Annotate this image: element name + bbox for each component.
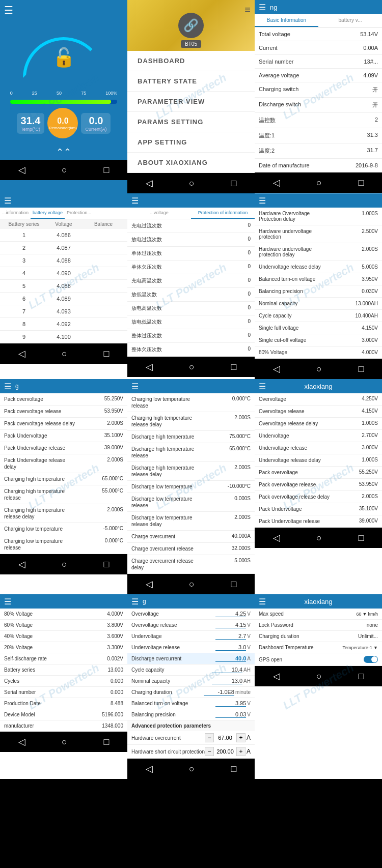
back-icon-10[interactable]: ◁ xyxy=(18,736,25,747)
recent-icon-11[interactable]: □ xyxy=(231,764,236,774)
current-metric: 0.0 Current(A) xyxy=(81,113,111,134)
ps-menu-icon[interactable]: ☰ xyxy=(131,597,139,606)
set-rows: Max speed 60 ▼ km/h Lock Password none C… xyxy=(255,609,382,666)
recent-icon-4[interactable]: □ xyxy=(103,349,109,359)
recent-icon-3[interactable]: □ xyxy=(358,178,364,188)
param-row-l4: Pack Undervoltage release39.000V xyxy=(0,442,127,454)
menu-battery-state[interactable]: BATTERY STATE xyxy=(127,71,255,92)
back-icon-2[interactable]: ◁ xyxy=(146,178,153,189)
tab-voltage-2[interactable]: ...voltage xyxy=(127,208,191,219)
xx-row-7: Pack overvoltage release53.950V xyxy=(255,479,382,491)
recent-icon-12[interactable]: □ xyxy=(358,671,364,682)
home-icon-8[interactable]: ○ xyxy=(189,579,195,590)
rp-menu-icon[interactable]: ☰ xyxy=(259,196,266,206)
home-icon[interactable]: ○ xyxy=(62,165,67,176)
recent-icon-5[interactable]: □ xyxy=(231,362,236,372)
recent-icon-6[interactable]: □ xyxy=(358,364,364,374)
info-screen: ☰ ng Basic Information battery v... Tota… xyxy=(255,0,382,193)
param-row-m10: Charge overcurrent release delay5.000S xyxy=(127,555,255,574)
tab-information[interactable]: ...information xyxy=(0,208,31,219)
temp-metric: 31.4 Temp(°C) xyxy=(17,113,45,134)
prot-row-2: 单体过压次数0 xyxy=(127,247,255,261)
menu-app-setting[interactable]: APP SETTING xyxy=(127,132,255,153)
rp-header: ☰ xyxy=(255,193,382,208)
ps-bal-precision: Balancing precision 0.03 V xyxy=(127,709,255,720)
home-icon-10[interactable]: ○ xyxy=(62,737,67,747)
back-icon-12[interactable]: ◁ xyxy=(273,671,280,682)
tab-battery-v[interactable]: battery v... xyxy=(318,14,382,27)
volt-row-3: 20% Voltage3.300V xyxy=(0,642,127,653)
recent-icon-2[interactable]: □ xyxy=(231,178,236,189)
ps-bal-voltage: Balanced turn-on voltage 3.95 V xyxy=(127,698,255,709)
recent-icon-10[interactable]: □ xyxy=(103,737,109,747)
info-menu-icon[interactable]: ☰ xyxy=(259,3,266,12)
menu-params-setting[interactable]: PARAMS SETTING xyxy=(127,112,255,132)
back-icon[interactable]: ◁ xyxy=(18,164,25,176)
label-discharge-sw: Discharge switch xyxy=(259,101,301,109)
home-icon-5[interactable]: ○ xyxy=(189,362,195,372)
info-row-wd2: 温度:2 31.7 xyxy=(255,143,382,159)
tab-basic-info[interactable]: Basic Information xyxy=(255,14,318,27)
up-arrow-icon[interactable]: ⌃⌃ xyxy=(56,147,71,157)
ps-hw-sc-minus[interactable]: − xyxy=(205,747,214,756)
volt-header: ☰ xyxy=(0,594,127,609)
tab-protection[interactable]: Protection... xyxy=(65,208,93,219)
ps-undervoltage: Undervoltage 2.7 V xyxy=(127,631,255,642)
back-icon-6[interactable]: ◁ xyxy=(273,363,280,374)
bv-menu-icon[interactable]: ☰ xyxy=(4,196,11,206)
volt-menu-icon[interactable]: ☰ xyxy=(4,597,11,606)
row1: ☰ 🔓 0 25 50 75 100% 31.4 Temp(°C) xyxy=(0,0,382,193)
col-series: Battery series xyxy=(4,221,44,227)
menu-icon[interactable]: ☰ xyxy=(4,4,13,16)
xx-menu-icon[interactable]: ☰ xyxy=(259,382,266,391)
ps-hw-sc-value: 200.00 xyxy=(215,748,235,755)
recent-icon-8[interactable]: □ xyxy=(231,579,236,590)
home-icon-7[interactable]: ○ xyxy=(62,559,67,570)
back-icon-11[interactable]: ◁ xyxy=(146,763,153,774)
menu-about[interactable]: ABOUT XIAOXIANG xyxy=(127,153,255,173)
lock-icon: 🔓 xyxy=(52,47,75,68)
ps-hw-oc-minus[interactable]: − xyxy=(205,733,214,742)
home-icon-4[interactable]: ○ xyxy=(62,349,67,359)
ps-uv-release: Undervoltage release 3.0 V xyxy=(127,642,255,653)
home-icon-9[interactable]: ○ xyxy=(316,533,322,543)
back-icon-3[interactable]: ◁ xyxy=(273,177,280,188)
set-menu-icon[interactable]: ☰ xyxy=(259,597,266,606)
recent-icon[interactable]: □ xyxy=(103,165,109,176)
prot-menu-icon[interactable]: ☰ xyxy=(131,196,139,206)
back-icon-9[interactable]: ◁ xyxy=(273,532,280,543)
metrics-row: 31.4 Temp(°C) 0.0 Remainder(km) 0.0 Curr… xyxy=(17,108,111,138)
home-icon-2[interactable]: ○ xyxy=(189,178,195,189)
home-icon-6[interactable]: ○ xyxy=(316,364,322,374)
tab-prot-info[interactable]: Protection of information xyxy=(191,208,255,219)
menu-list: DASHBOARD BATTERY STATE PARAMETER VIEW P… xyxy=(127,51,255,173)
ps-hw-sc-plus[interactable]: + xyxy=(236,747,245,756)
max-speed-dropdown[interactable]: 60 ▼ km/h xyxy=(357,612,378,617)
soc-50: 50 xyxy=(57,91,62,96)
hamburger-icon[interactable]: ≡ xyxy=(244,4,251,16)
param-menu-icon-mid[interactable]: ☰ xyxy=(131,382,139,391)
ps-hw-oc-plus[interactable]: + xyxy=(236,733,245,742)
back-icon-5[interactable]: ◁ xyxy=(146,361,153,372)
menu-parameter-view[interactable]: PARAMETER VIEW xyxy=(127,92,255,112)
back-icon-7[interactable]: ◁ xyxy=(18,559,25,570)
recent-icon-7[interactable]: □ xyxy=(103,559,109,570)
dash-header: ☰ xyxy=(0,0,127,20)
ps-ov-release: Overvoltage release 4.15 V xyxy=(127,620,255,631)
tab-battery-voltage[interactable]: battery voltage xyxy=(31,208,65,219)
volt-rows: 80% Voltage4.000V 60% Voltage3.800V 40% … xyxy=(0,609,127,732)
dash-temp-dropdown[interactable]: Temperature-1 ▼ xyxy=(343,645,378,650)
label-wd2: 温度:2 xyxy=(259,147,275,155)
param-menu-icon-left[interactable]: ☰ xyxy=(4,382,11,391)
home-icon-3[interactable]: ○ xyxy=(316,178,322,188)
home-icon-11[interactable]: ○ xyxy=(189,764,195,774)
back-icon-4[interactable]: ◁ xyxy=(18,348,25,359)
back-icon-8[interactable]: ◁ xyxy=(146,578,153,590)
info-tabs: Basic Information battery v... xyxy=(255,14,382,27)
home-icon-12[interactable]: ○ xyxy=(316,671,322,682)
gps-toggle[interactable] xyxy=(364,656,378,663)
rp-row-7: Cycle capacity10.400AH xyxy=(255,310,382,322)
recent-icon-9[interactable]: □ xyxy=(358,533,364,543)
menu-dashboard[interactable]: DASHBOARD xyxy=(127,51,255,71)
param-header-left: ☰ g xyxy=(0,379,127,393)
